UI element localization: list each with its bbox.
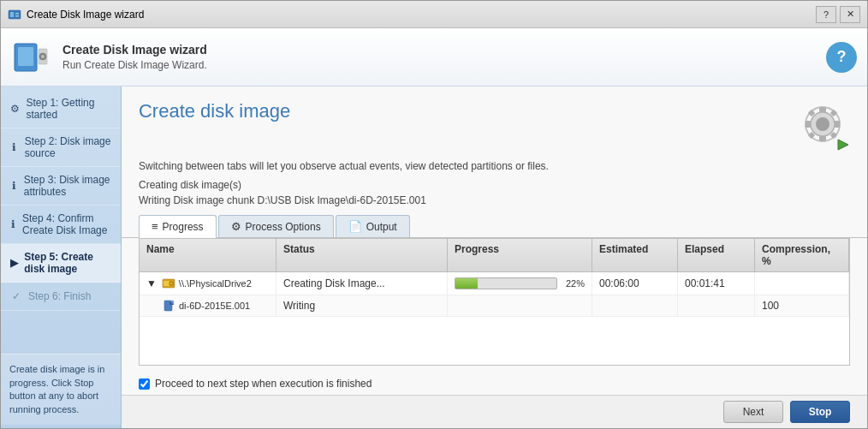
cell-compression [755, 272, 849, 295]
svg-rect-5 [18, 47, 33, 66]
svg-rect-1 [10, 12, 14, 17]
tab-output[interactable]: 📄 Output [336, 215, 410, 237]
progress-label: 22% [566, 278, 585, 289]
cell-compression-sub: 100 [755, 295, 849, 316]
cell-progress-sub [448, 295, 592, 316]
step1-icon: ⚙ [9, 102, 21, 116]
header-left: Create Disk Image wizard Run Create Disk… [11, 37, 207, 78]
process-options-tab-label: Process Options [246, 221, 321, 233]
step4-icon: ℹ [9, 217, 17, 231]
svg-point-24 [170, 283, 172, 284]
svg-marker-20 [838, 140, 848, 150]
progress-bar-fill [455, 278, 478, 289]
output-tab-icon: 📄 [348, 220, 362, 233]
progress-tab-label: Progress [163, 221, 204, 233]
sidebar-description: Create disk image is in progress. Click … [1, 354, 121, 425]
header-disk-icon [11, 37, 52, 78]
title-bar: Create Disk Image wizard ? ✕ [1, 1, 867, 28]
app-icon [8, 8, 21, 21]
col-progress: Progress [448, 239, 592, 271]
sidebar-desc-text: Create disk image is in progress. Click … [9, 364, 104, 414]
header-text-wrap: Create Disk Image wizard Run Create Disk… [62, 43, 207, 71]
cell-name-sub: di-6D-2015E.001 [140, 295, 276, 316]
process-options-tab-icon: ⚙ [231, 220, 241, 233]
progress-tab-icon: ≡ [152, 220, 158, 233]
col-status: Status [276, 239, 448, 271]
header-subtitle: Run Create Disk Image Wizard. [62, 59, 207, 71]
drive-name: \\.\PhysicalDrive2 [179, 278, 252, 289]
table-sub-row: di-6D-2015E.001 Writing 100 [140, 295, 849, 317]
header-bar: Create Disk Image wizard Run Create Disk… [1, 28, 867, 86]
svg-rect-14 [835, 121, 840, 128]
cell-name-main: ▼ \\.\PhysicalDrive2 [140, 272, 276, 295]
header-icon-wrap [11, 37, 52, 78]
header-help-button[interactable]: ? [826, 42, 857, 73]
cell-estimated: 00:06:00 [592, 272, 678, 295]
content-writing-status: Writing Disk image chunk D:\USB Disk Ima… [122, 193, 867, 208]
svg-rect-3 [15, 15, 19, 17]
expand-icon[interactable]: ▼ [146, 277, 157, 289]
content-header: Create disk image [122, 86, 867, 160]
table-row: ▼ \\.\PhysicalDrive2 Creating Disk Image… [140, 272, 849, 295]
file-icon [163, 300, 175, 312]
sidebar-item-step4[interactable]: ℹ Step 4: Confirm Create Disk Image [1, 206, 121, 244]
sidebar: ⚙ Step 1: Getting started ℹ Step 2: Disk… [1, 86, 122, 428]
svg-rect-12 [819, 136, 826, 141]
content-area: Create disk image [122, 86, 867, 428]
cell-elapsed: 00:01:41 [678, 272, 755, 295]
footer-buttons: Next Stop [122, 395, 867, 428]
step2-icon: ℹ [9, 140, 20, 154]
step3-icon: ℹ [9, 179, 19, 193]
cell-status-sub: Writing [276, 295, 448, 316]
svg-rect-11 [819, 107, 826, 112]
progress-table: Name Status Progress Estimated Elapsed C… [139, 238, 850, 366]
main-content: ⚙ Step 1: Getting started ℹ Step 2: Disk… [1, 86, 867, 428]
progress-bar [455, 277, 557, 289]
close-button[interactable]: ✕ [840, 6, 860, 23]
proceed-checkbox-row: Proceed to next step when execution is f… [122, 372, 867, 395]
cell-estimated-sub [592, 295, 678, 316]
step5-icon: ▶ [9, 256, 19, 270]
tab-process-options[interactable]: ⚙ Process Options [218, 215, 334, 237]
sidebar-item-step2-label: Step 2: Disk image source [25, 135, 112, 159]
stop-button[interactable]: Stop [790, 401, 850, 423]
drive-icon [162, 277, 175, 290]
sidebar-item-step5[interactable]: ▶ Step 5: Create disk image [1, 244, 121, 283]
main-window: Create Disk Image wizard ? ✕ Create Disk… [0, 0, 868, 429]
sidebar-item-step1[interactable]: ⚙ Step 1: Getting started [1, 90, 121, 128]
sidebar-item-step4-label: Step 4: Confirm Create Disk Image [22, 212, 112, 236]
help-button[interactable]: ? [816, 6, 836, 23]
cell-progress-main: 22% [448, 272, 592, 295]
svg-point-8 [41, 55, 45, 58]
sidebar-item-step3-label: Step 3: Disk image attributes [24, 174, 112, 198]
sidebar-item-step5-label: Step 5: Create disk image [24, 251, 112, 275]
svg-rect-13 [806, 121, 811, 128]
sidebar-item-step6[interactable]: ✓ Step 6: Finish [1, 283, 121, 311]
col-elapsed: Elapsed [678, 239, 755, 271]
sidebar-item-step6-label: Step 6: Finish [28, 290, 91, 302]
svg-rect-2 [15, 13, 19, 15]
svg-point-19 [816, 117, 829, 131]
gear-play-icon [799, 100, 850, 152]
proceed-checkbox[interactable] [139, 378, 150, 390]
title-bar-controls: ? ✕ [816, 6, 860, 23]
content-status: Creating disk image(s) [122, 177, 867, 193]
content-title: Create disk image [139, 100, 290, 122]
output-tab-label: Output [366, 221, 397, 233]
svg-rect-22 [163, 281, 169, 286]
sidebar-item-step2[interactable]: ℹ Step 2: Disk image source [1, 128, 121, 167]
cell-elapsed-sub [678, 295, 755, 316]
cell-status-main: Creating Disk Image... [276, 272, 448, 295]
proceed-checkbox-label[interactable]: Proceed to next step when execution is f… [155, 378, 372, 390]
table-header: Name Status Progress Estimated Elapsed C… [140, 239, 849, 272]
col-name: Name [140, 239, 276, 271]
tabs-bar: ≡ Progress ⚙ Process Options 📄 Output [122, 215, 867, 238]
window-title: Create Disk Image wizard [27, 9, 144, 21]
next-button[interactable]: Next [723, 401, 783, 423]
sidebar-item-step1-label: Step 1: Getting started [26, 97, 112, 121]
sidebar-item-step3[interactable]: ℹ Step 3: Disk image attributes [1, 167, 121, 206]
step6-icon: ✓ [9, 289, 23, 303]
title-bar-left: Create Disk Image wizard [8, 8, 144, 21]
tab-progress[interactable]: ≡ Progress [139, 215, 217, 238]
file-name: di-6D-2015E.001 [179, 301, 250, 311]
